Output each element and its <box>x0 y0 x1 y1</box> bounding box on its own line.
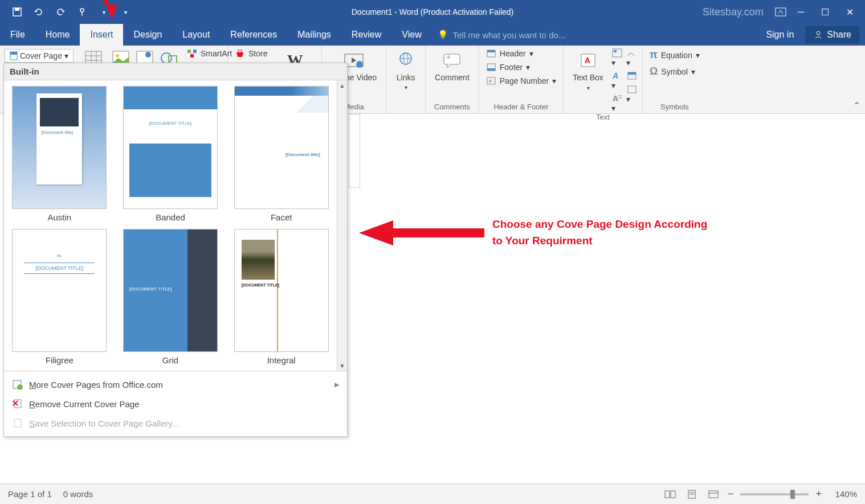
svg-rect-57 <box>709 491 718 498</box>
svg-rect-42 <box>628 72 636 75</box>
wordart-icon[interactable]: A ▾ <box>611 71 623 90</box>
save-icon[interactable] <box>11 6 23 18</box>
signature-icon[interactable]: ▾ <box>626 48 638 67</box>
footer-button[interactable]: Footer ▾ <box>484 62 558 73</box>
svg-point-47 <box>17 384 23 390</box>
svg-rect-28 <box>487 50 495 52</box>
tab-layout[interactable]: Layout <box>172 24 220 46</box>
svg-rect-3 <box>776 8 786 16</box>
remove-cover-page-item[interactable]: Remove Current Cover Page <box>4 394 347 413</box>
svg-rect-45 <box>10 52 17 55</box>
cover-banded[interactable]: [DOCUMENT TITLE] Banded <box>121 86 221 222</box>
cover-page-button[interactable]: Cover Page ▾ <box>5 49 74 63</box>
svg-rect-19 <box>238 50 242 52</box>
group-headerfooter-label: Header & Footer <box>484 103 558 112</box>
svg-rect-51 <box>14 419 21 427</box>
svg-text:#: # <box>489 79 492 84</box>
tab-references[interactable]: References <box>220 24 287 46</box>
svg-rect-53 <box>671 491 675 498</box>
symbol-button[interactable]: ΩSymbol ▾ <box>647 64 702 79</box>
comment-icon: + <box>442 50 462 71</box>
word-count[interactable]: 0 words <box>63 489 93 499</box>
svg-rect-17 <box>193 50 197 53</box>
status-bar: Page 1 of 1 0 words − + 140% <box>0 483 865 504</box>
web-layout-icon[interactable] <box>706 488 721 501</box>
window-title: Document1 - Word (Product Activation Fai… <box>352 7 514 17</box>
tab-design[interactable]: Design <box>123 24 172 46</box>
qat-dropdown2-icon[interactable]: ▾ <box>120 6 131 18</box>
svg-rect-30 <box>487 68 495 71</box>
svg-text:+: + <box>446 52 451 62</box>
svg-rect-43 <box>628 86 636 93</box>
tab-mailings[interactable]: Mailings <box>287 24 341 46</box>
vertical-ruler <box>349 114 360 188</box>
store-button[interactable]: Store <box>232 48 270 59</box>
sign-in-link[interactable]: Sign in <box>757 30 803 40</box>
tab-file[interactable]: File <box>0 24 35 46</box>
collapse-ribbon-icon[interactable]: ⌃ <box>853 100 860 111</box>
touch-mode-icon[interactable] <box>76 6 88 18</box>
gallery-scrollbar[interactable]: ▲ ▼ <box>337 80 347 371</box>
cover-grid[interactable]: [DOCUMENT TITLE] Grid <box>121 229 221 365</box>
group-comments-label: Comments <box>430 103 474 112</box>
cover-austin[interactable]: [Document title] Austin <box>10 86 109 222</box>
zoom-out-icon[interactable]: − <box>728 488 734 500</box>
svg-rect-36 <box>614 50 617 52</box>
drop-cap-icon[interactable]: A ▾ <box>611 93 623 113</box>
group-symbols-label: Symbols <box>647 103 702 112</box>
print-layout-icon[interactable] <box>684 488 699 501</box>
share-icon <box>813 30 823 40</box>
chevron-right-icon: ▶ <box>334 381 339 388</box>
svg-point-2 <box>80 9 84 12</box>
header-button[interactable]: Header ▾ <box>484 48 558 59</box>
minimize-icon[interactable]: ─ <box>798 7 804 18</box>
titlebar: ▾ ▾ Document1 - Word (Product Activation… <box>0 0 865 24</box>
equation-button[interactable]: πEquation ▾ <box>647 48 702 62</box>
redo-icon[interactable] <box>55 6 66 18</box>
ribbon-options-icon[interactable] <box>775 7 786 17</box>
save-to-gallery-item: Save Selection to Cover Page Gallery... <box>4 413 347 433</box>
menu-bar: File Home Insert Design Layout Reference… <box>0 24 865 46</box>
zoom-in-icon[interactable]: + <box>815 488 822 500</box>
text-box-icon: A <box>578 50 598 71</box>
zoom-level[interactable]: 140% <box>829 489 857 499</box>
link-icon <box>395 50 416 71</box>
annotation-text: Choose any Cove Page Design According to… <box>492 216 720 249</box>
scroll-down-icon[interactable]: ▼ <box>337 360 347 371</box>
read-mode-icon[interactable] <box>663 488 678 501</box>
quick-parts-icon[interactable]: ▾ <box>611 48 623 67</box>
svg-text:A: A <box>613 94 618 103</box>
annotation-arrow: Choose any Cove Page Design According to… <box>359 216 720 249</box>
svg-point-11 <box>116 54 119 58</box>
page-status[interactable]: Page 1 of 1 <box>8 489 52 499</box>
close-icon[interactable]: ✕ <box>846 7 854 18</box>
links-button[interactable]: Links ▾ <box>391 48 421 93</box>
tab-insert[interactable]: Insert <box>80 24 123 46</box>
zoom-slider[interactable] <box>740 493 809 495</box>
date-time-icon[interactable] <box>626 71 638 81</box>
scroll-up-icon[interactable]: ▲ <box>337 80 347 91</box>
page-number-button[interactable]: #Page Number ▾ <box>484 75 558 87</box>
object-icon[interactable]: ▾ <box>626 84 638 104</box>
share-button[interactable]: Share <box>805 26 859 43</box>
cover-integral[interactable]: [DOCUMENT TITLE] Integral <box>231 229 331 365</box>
maximize-icon[interactable]: ☐ <box>821 7 829 18</box>
dropdown-header: Built-in <box>4 63 347 80</box>
text-box-button[interactable]: A Text Box ▾ <box>568 48 608 93</box>
cover-page-gallery: [Document title] Austin [DOCUMENT TITLE]… <box>4 80 347 371</box>
cover-facet[interactable]: [Document title] Facet <box>231 86 331 222</box>
more-cover-pages-item[interactable]: MMore Cover Pages from Office.comore Cov… <box>4 375 347 394</box>
svg-point-14 <box>161 53 172 63</box>
undo-icon[interactable] <box>33 6 44 18</box>
tell-me-search[interactable]: 💡 Tell me what you want to do... <box>438 30 566 40</box>
tab-view[interactable]: View <box>391 24 431 46</box>
smartart-button[interactable]: SmartArt <box>185 48 234 59</box>
group-text-label: Text <box>568 113 638 122</box>
svg-text:A: A <box>585 56 590 65</box>
comment-button[interactable]: + Comment <box>430 48 474 84</box>
svg-point-13 <box>145 52 151 58</box>
tab-review[interactable]: Review <box>341 24 391 46</box>
cover-filigree[interactable]: ❧ [DOCUMENT TITLE] Filigree <box>10 229 109 365</box>
watermark-text: Sitesbay.com <box>703 6 764 18</box>
tab-home[interactable]: Home <box>35 24 80 46</box>
